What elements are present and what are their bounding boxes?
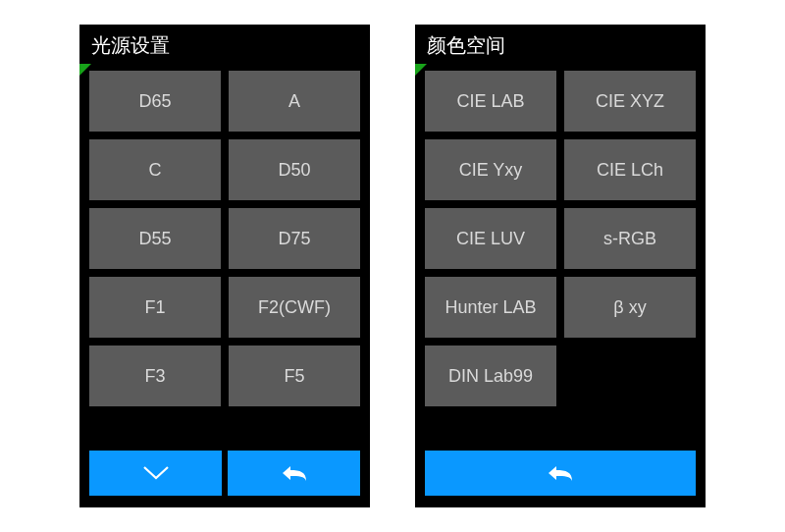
- option-a[interactable]: A: [229, 71, 360, 132]
- option-cie-lch[interactable]: CIE LCh: [564, 139, 696, 200]
- color-space-footer: [415, 451, 706, 507]
- option-d75[interactable]: D75: [229, 208, 360, 269]
- page-down-button[interactable]: [89, 451, 222, 496]
- option-f2-cwf[interactable]: F2(CWF): [229, 277, 360, 338]
- option-f1[interactable]: F1: [89, 277, 221, 338]
- back-button[interactable]: [228, 451, 360, 496]
- option-d65[interactable]: D65: [89, 71, 221, 132]
- back-arrow-icon: [546, 463, 575, 483]
- option-beta-xy[interactable]: β xy: [564, 277, 696, 338]
- back-arrow-icon: [280, 463, 309, 483]
- active-corner-mark: [415, 64, 427, 76]
- color-space-panel: 颜色空间 CIE LAB CIE XYZ CIE Yxy CIE LCh CIE…: [415, 25, 706, 507]
- panel-title: 颜色空间: [415, 25, 706, 65]
- color-space-options-grid: CIE LAB CIE XYZ CIE Yxy CIE LCh CIE LUV …: [415, 65, 706, 451]
- light-source-options-grid: D65 A C D50 D55 D75 F1 F2(CWF) F3 F5: [79, 65, 370, 451]
- option-c[interactable]: C: [89, 139, 221, 200]
- option-cie-lab[interactable]: CIE LAB: [425, 71, 556, 132]
- option-f3[interactable]: F3: [89, 346, 221, 406]
- option-d55[interactable]: D55: [89, 208, 221, 269]
- option-din-lab99[interactable]: DIN Lab99: [425, 346, 556, 406]
- option-hunter-lab[interactable]: Hunter LAB: [425, 277, 556, 338]
- option-d50[interactable]: D50: [229, 139, 360, 200]
- active-corner-mark: [79, 64, 91, 76]
- option-f5[interactable]: F5: [229, 346, 360, 406]
- chevron-down-icon: [142, 465, 170, 481]
- back-button[interactable]: [425, 451, 696, 496]
- option-cie-yxy[interactable]: CIE Yxy: [425, 139, 556, 200]
- light-source-panel: 光源设置 D65 A C D50 D55 D75 F1 F2(CWF) F3 F…: [79, 25, 370, 507]
- panel-title: 光源设置: [79, 25, 370, 65]
- option-cie-xyz[interactable]: CIE XYZ: [564, 71, 696, 132]
- light-source-footer: [79, 451, 370, 507]
- option-s-rgb[interactable]: s-RGB: [564, 208, 696, 269]
- option-cie-luv[interactable]: CIE LUV: [425, 208, 556, 269]
